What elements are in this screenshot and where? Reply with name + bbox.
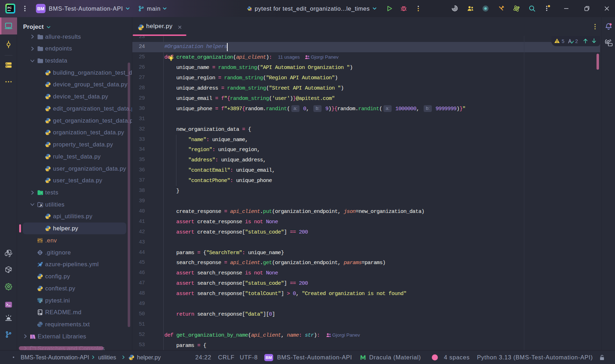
svg-text:PC: PC [7,6,12,10]
